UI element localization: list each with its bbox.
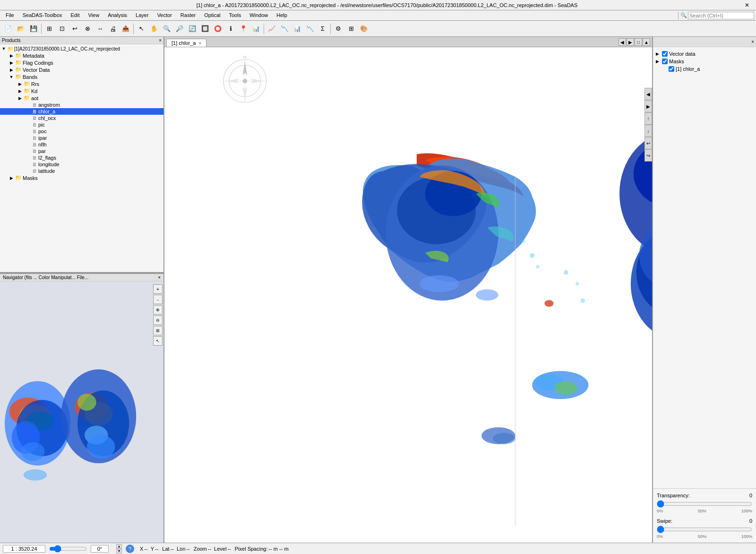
tb-settings[interactable]: ⚙ — [332, 23, 344, 35]
nav-zoom-out[interactable]: - — [153, 295, 163, 304]
tree-ipar[interactable]: 🗎 ipar — [0, 135, 163, 141]
tb-chart4[interactable]: 📉 — [304, 23, 316, 35]
kd-toggle[interactable]: ▶ — [17, 88, 23, 94]
layer-chlor-a[interactable]: [1] chlor_a — [656, 65, 753, 73]
masks-expand[interactable]: ▶ — [656, 59, 661, 64]
map-view[interactable]: N — [164, 47, 652, 543]
menu-file[interactable]: File — [2, 11, 18, 19]
menu-analysis[interactable]: Analysis — [104, 11, 131, 19]
tree-chlor-a[interactable]: 🗎 chlor_a — [0, 108, 163, 115]
tab-close-icon[interactable]: × — [198, 41, 201, 46]
root-toggle[interactable]: ▼ — [1, 46, 7, 51]
tree-nflh[interactable]: 🗎 nflh — [0, 141, 163, 148]
map-nav-prev[interactable]: ◀ — [619, 38, 626, 46]
tb-open[interactable]: 📂 — [15, 23, 27, 35]
close-button[interactable]: ✕ — [742, 1, 752, 9]
search-input[interactable] — [688, 12, 754, 19]
tb-shuffle[interactable]: ↔ — [94, 23, 106, 35]
tree-bands[interactable]: ▼ 📁 Bands — [0, 73, 163, 80]
vector-expand[interactable]: ▶ — [656, 51, 661, 56]
tree-poc[interactable]: 🗎 poc — [0, 128, 163, 135]
menu-vector[interactable]: Vector — [154, 11, 176, 19]
tb-chart2[interactable]: 📉 — [278, 23, 291, 35]
right-tool-4[interactable]: ↓ — [644, 125, 652, 137]
tree-angstrom[interactable]: 🗎 angstrom — [0, 102, 163, 108]
tree-pic[interactable]: 🗎 pic — [0, 121, 163, 128]
tb-sync[interactable]: 🔄 — [186, 23, 198, 35]
menu-layer[interactable]: Layer — [132, 11, 153, 19]
tb-save[interactable]: 💾 — [27, 23, 40, 35]
tree-root[interactable]: ▼ 📁 [1]A20172301850000.L2_LAC_OC.nc_repr… — [0, 45, 163, 52]
nav-zoom-fit[interactable]: ⊕ — [153, 305, 163, 315]
tree-l2-flags[interactable]: 🗎 l2_flags — [0, 154, 163, 161]
transparency-slider[interactable] — [657, 500, 752, 508]
rotation-input[interactable]: 0° — [91, 545, 109, 553]
nav-cursor[interactable]: ↖ — [153, 336, 163, 346]
vector-checkbox[interactable] — [662, 51, 668, 57]
right-tool-3[interactable]: ↑ — [644, 112, 652, 125]
tree-flag-codings[interactable]: ▶ 📁 Flag Codings — [0, 59, 163, 66]
tb-zoom-out[interactable]: 🔎 — [173, 23, 186, 35]
bands-toggle[interactable]: ▼ — [9, 74, 14, 80]
tree-masks[interactable]: ▶ 📁 Masks — [0, 174, 163, 181]
tree-metadata[interactable]: ▶ 📁 Metadata — [0, 52, 163, 59]
scale-ratio-input[interactable]: 1 : 3520.24 — [3, 545, 45, 553]
tb-spectrum[interactable]: 📊 — [250, 23, 262, 35]
flag-codings-toggle[interactable]: ▶ — [9, 60, 14, 66]
tree-aot[interactable]: ▶ 📁 aot — [0, 94, 163, 102]
chlor-a-checkbox[interactable] — [669, 66, 674, 72]
nav-zoom-in[interactable]: + — [153, 284, 163, 294]
tb-print[interactable]: 🖨 — [107, 23, 119, 35]
tree-par[interactable]: 🗎 par — [0, 148, 163, 154]
tb-chart1[interactable]: 📈 — [266, 23, 278, 35]
menu-window[interactable]: Window — [246, 11, 272, 19]
menu-raster[interactable]: Raster — [177, 11, 199, 19]
menu-edit[interactable]: Edit — [67, 11, 84, 19]
nav-zoom-fit2[interactable]: ⊖ — [153, 315, 163, 325]
map-nav-next[interactable]: ▶ — [627, 38, 634, 46]
layer-masks[interactable]: ▶ Masks — [656, 58, 753, 65]
menu-view[interactable]: View — [84, 11, 103, 19]
tree-rrs[interactable]: ▶ 📁 Rrs — [0, 80, 163, 87]
vector-data-toggle[interactable]: ▶ — [9, 67, 14, 73]
tree-vector-data[interactable]: ▶ 📁 Vector Data — [0, 66, 163, 73]
tb-import[interactable]: ↩ — [69, 23, 81, 35]
tb-grid[interactable]: ⊞ — [43, 23, 55, 35]
map-nav-restore[interactable]: □ — [635, 38, 642, 46]
masks-checkbox[interactable] — [662, 59, 668, 64]
tb-export[interactable]: ⊗ — [81, 23, 94, 35]
tb-info[interactable]: ℹ — [224, 23, 237, 35]
tb-cursor[interactable]: ↖ — [135, 23, 147, 35]
zoom-slider[interactable] — [49, 545, 87, 552]
right-tool-6[interactable]: ↪ — [644, 149, 652, 162]
metadata-toggle[interactable]: ▶ — [9, 53, 14, 59]
tree-kd[interactable]: ▶ 📁 Kd — [0, 87, 163, 94]
tb-circle[interactable]: ⭕ — [212, 23, 224, 35]
product-tree-close[interactable]: × — [159, 38, 162, 43]
tb-pan[interactable]: ✋ — [148, 23, 160, 35]
tb-chart3[interactable]: 📊 — [291, 23, 303, 35]
menu-help[interactable]: Help — [273, 11, 291, 19]
tab-chlor-a[interactable]: [1] chlor_a × — [166, 39, 206, 47]
tb-export2[interactable]: 📤 — [120, 23, 132, 35]
tb-pin[interactable]: 📍 — [237, 23, 249, 35]
tb-new[interactable]: 📄 — [2, 23, 14, 35]
menu-tools[interactable]: Tools — [225, 11, 245, 19]
tree-longitude[interactable]: 🗎 longitude — [0, 161, 163, 168]
tree-latitude[interactable]: 🗎 latitude — [0, 168, 163, 174]
map-nav-maximize[interactable]: ▲ — [643, 38, 650, 46]
tree-chl-ocx[interactable]: 🗎 chl_ocx — [0, 115, 163, 121]
right-tool-2[interactable]: ▶ — [644, 100, 652, 112]
zoom-down-btn[interactable]: ▼ — [116, 549, 122, 554]
menu-optical[interactable]: Optical — [200, 11, 224, 19]
masks-toggle[interactable]: ▶ — [9, 175, 14, 181]
right-tool-5[interactable]: ↩ — [644, 137, 652, 149]
layer-vector-data[interactable]: ▶ Vector data — [656, 50, 753, 58]
tb-sigma[interactable]: Σ — [317, 23, 329, 35]
rrs-toggle[interactable]: ▶ — [17, 81, 23, 87]
zoom-up-btn[interactable]: ▲ — [116, 544, 122, 549]
nav-panel-close[interactable]: × — [158, 275, 161, 280]
swipe-slider[interactable] — [657, 526, 752, 533]
menu-seadas-toolbox[interactable]: SeaDAS-Toolbox — [19, 11, 66, 19]
right-tool-1[interactable]: ◀ — [644, 88, 652, 100]
